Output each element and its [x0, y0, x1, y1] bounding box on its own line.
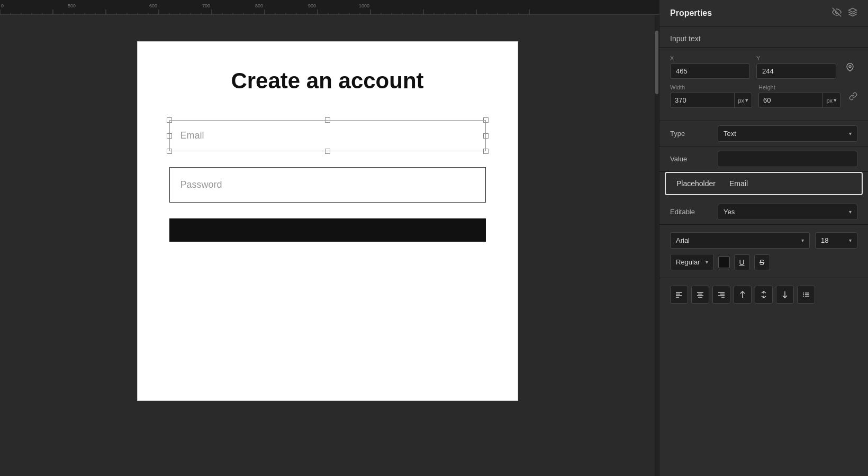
svg-text:600: 600 — [149, 3, 157, 8]
form-frame: Create an account Email — [137, 41, 518, 401]
wh-row: Width px ▾ Height px ▾ — [670, 84, 857, 108]
font-style-label: Regular — [676, 258, 700, 266]
email-input-display: Email — [169, 120, 486, 151]
width-unit-chevron: ▾ — [745, 97, 748, 104]
height-label: Height — [758, 84, 840, 90]
valign-bottom-button[interactable] — [776, 286, 794, 304]
height-unit-label: px — [826, 97, 833, 104]
xy-row: X Y — [670, 55, 857, 79]
ruler-svg: 0 500 600 700 800 — [0, 0, 659, 15]
panel-header-icons — [832, 7, 857, 19]
strikethrough-icon: S — [760, 258, 764, 267]
svg-marker-59 — [849, 8, 857, 13]
font-family-label: Arial — [676, 236, 690, 244]
font-style-chevron: ▾ — [706, 259, 708, 265]
canvas-body: Create an account Email — [0, 15, 659, 476]
email-field-wrapper[interactable]: Email — [169, 120, 486, 151]
x-input[interactable] — [670, 63, 750, 79]
font-family-select[interactable]: Arial ▾ — [670, 232, 810, 249]
canvas-area: 0 500 600 700 800 — [0, 0, 659, 476]
y-label: Y — [756, 55, 836, 61]
y-group: Y — [756, 55, 836, 79]
pin-icon[interactable] — [843, 60, 857, 75]
height-unit-dropdown[interactable]: px ▾ — [822, 93, 840, 107]
svg-text:800: 800 — [255, 3, 263, 8]
font-color-swatch[interactable] — [718, 257, 730, 268]
placeholder-row[interactable]: Placeholder Email — [665, 172, 863, 195]
x-group: X — [670, 55, 750, 79]
alignment-row — [670, 286, 857, 304]
x-label: X — [670, 55, 750, 61]
submit-button[interactable] — [169, 218, 486, 242]
editable-row: Editable Yes ▾ — [659, 199, 868, 225]
width-group: Width px ▾ — [670, 84, 752, 108]
type-chevron: ▾ — [849, 131, 852, 136]
panel-header: Properties — [659, 0, 868, 27]
password-field-wrapper[interactable]: Password — [169, 167, 486, 203]
editable-select[interactable]: Yes ▾ — [718, 204, 857, 220]
placeholder-value: Email — [729, 179, 851, 188]
width-unit-label: px — [738, 97, 744, 104]
font-size-label: 18 — [821, 236, 828, 244]
list-button[interactable] — [797, 286, 815, 304]
canvas-scrollbar[interactable] — [655, 15, 659, 476]
svg-point-77 — [803, 292, 804, 294]
width-label: Width — [670, 84, 752, 90]
svg-text:1000: 1000 — [359, 3, 369, 8]
svg-text:0: 0 — [1, 3, 4, 8]
email-placeholder-text: Email — [180, 130, 204, 141]
valign-center-button[interactable] — [755, 286, 773, 304]
submit-button-wrapper[interactable] — [169, 218, 486, 242]
svg-text:700: 700 — [202, 3, 210, 8]
svg-text:900: 900 — [308, 3, 316, 8]
value-label: Value — [670, 155, 718, 163]
type-select[interactable]: Text ▾ — [718, 125, 857, 142]
strikethrough-button[interactable]: S — [754, 254, 770, 270]
align-right-button[interactable] — [712, 286, 730, 304]
alignment-section — [659, 278, 868, 311]
component-name-label: Input text — [670, 34, 701, 43]
form-title: Create an account — [169, 68, 486, 94]
font-style-select[interactable]: Regular ▾ — [670, 254, 714, 270]
password-input-display: Password — [169, 167, 486, 203]
properties-panel: Properties Input text — [659, 0, 868, 476]
type-row: Type Text ▾ — [659, 121, 868, 147]
width-input[interactable] — [671, 93, 734, 107]
value-row: Value — [659, 147, 868, 172]
underline-button[interactable]: U — [734, 254, 750, 270]
editable-value: Yes — [724, 208, 735, 216]
component-name-row: Input text — [659, 27, 868, 48]
font-section: Arial ▾ 18 ▾ Regular ▾ U S — [659, 225, 868, 278]
svg-point-81 — [803, 296, 804, 297]
layers-icon[interactable] — [848, 7, 857, 19]
font-size-select[interactable]: 18 ▾ — [815, 232, 857, 249]
type-value: Text — [724, 130, 736, 138]
visibility-icon[interactable] — [832, 7, 842, 19]
font-style-row: Regular ▾ U S — [670, 254, 857, 270]
font-family-chevron: ▾ — [801, 237, 804, 243]
height-group: Height px ▾ — [758, 84, 840, 108]
placeholder-label: Placeholder — [676, 179, 729, 188]
editable-chevron: ▾ — [849, 209, 852, 215]
value-input[interactable] — [718, 151, 857, 167]
valign-top-button[interactable] — [734, 286, 752, 304]
align-left-button[interactable] — [670, 286, 688, 304]
underline-icon: U — [739, 258, 744, 267]
scrollbar-thumb[interactable] — [655, 31, 658, 94]
height-input-group: px ▾ — [758, 93, 840, 108]
svg-point-60 — [849, 65, 851, 67]
y-input[interactable] — [756, 63, 836, 79]
align-center-button[interactable] — [691, 286, 709, 304]
font-family-row: Arial ▾ 18 ▾ — [670, 232, 857, 249]
height-unit-chevron: ▾ — [834, 97, 837, 104]
panel-title: Properties — [670, 8, 712, 18]
height-input[interactable] — [759, 93, 822, 107]
position-section: X Y Width px — [659, 48, 868, 121]
type-label: Type — [670, 130, 718, 138]
link-icon[interactable] — [849, 92, 857, 100]
svg-text:500: 500 — [68, 3, 76, 8]
width-unit-dropdown[interactable]: px ▾ — [734, 93, 752, 107]
svg-point-79 — [803, 294, 804, 295]
password-placeholder-text: Password — [180, 179, 222, 190]
editable-label: Editable — [670, 208, 718, 216]
